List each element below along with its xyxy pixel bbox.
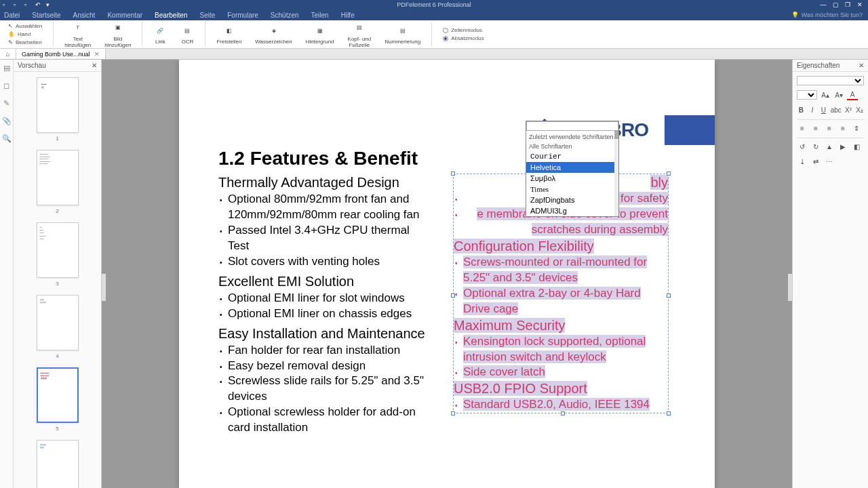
subscript-icon[interactable]: X₂ [855,104,864,115]
link-button[interactable]: 🔗Link [151,24,170,45]
close-button[interactable]: ✕ [854,1,865,9]
mode-paragraph[interactable]: Absatzmodus [440,35,486,42]
close-properties-icon[interactable]: ✕ [859,62,864,69]
mode-line[interactable]: Zeilenmodus [440,26,486,34]
dropdown-scrollbar[interactable] [614,131,618,216]
font-option[interactable]: Συμβολ [526,173,618,184]
menu-hilfe[interactable]: Hilfe [341,12,355,19]
font-dropdown[interactable]: Zuletzt verwendete Schriftarten Alle Sch… [526,121,619,217]
align-justify-icon[interactable]: ≡ [837,123,848,134]
menu-seite[interactable]: Seite [199,12,215,19]
line-spacing-icon[interactable]: ⇕ [851,123,862,134]
replace-icon[interactable]: ⇄ [810,156,821,167]
thumbnails-list[interactable]: ▬▬▦ 1 ▬▬▬▬▬▬▬▬▬▬▬▬▬▬▬▬▬▬▬▬▬▬ 2 ▬▬▬▬▬▬▬▬▬… [14,72,101,488]
min-button[interactable]: — [818,1,829,9]
flip-h-icon[interactable]: ▲ [824,141,835,152]
resize-handle[interactable] [451,171,455,176]
rotate-right-icon[interactable]: ↻ [810,141,821,152]
font-option[interactable]: ZapfDingbats [526,195,618,205]
resize-handle[interactable] [451,411,455,415]
list-item: Optional 80mm/92mm front fan and 120mm/9… [228,192,429,223]
font-option[interactable]: ADMUI3Lg [526,205,618,216]
page-thumb[interactable]: ▦▦▦▦▦ [37,440,79,488]
close-panel-icon[interactable]: ✕ [92,62,97,69]
thumbnails-tool-icon[interactable]: ▤ [2,64,12,73]
tool-select[interactable]: ↖Auswählen [5,22,45,30]
font-family-select[interactable] [797,76,864,85]
menu-startseite[interactable]: Startseite [32,12,60,19]
thumbnail-panel: Vorschau ✕ ▬▬▦ 1 ▬▬▬▬▬▬▬▬▬▬▬▬▬▬▬▬▬▬▬▬▬▬ … [14,60,102,488]
menu-formulare[interactable]: Formulare [227,12,258,19]
page-thumb[interactable]: ▬▬▬▬▬▬▬▬▬▬▬▬▬▬▬▬▬▬▬▬▬▬ [37,150,79,205]
print-icon[interactable]: ▫ [24,1,31,8]
workspace[interactable]: CHENBRO 1.2 Features & Benefit Thermally… [102,60,792,488]
home-tab[interactable]: ⌂ [0,49,16,59]
strike-icon[interactable]: abc [831,104,842,115]
undo-icon[interactable]: ↶ [35,1,42,8]
menu-datei[interactable]: Datei [4,12,20,19]
page-thumb-selected[interactable]: ▬▬ ▬▬▬▬ ▬▬▦▦▦ [37,367,79,423]
resize-handle[interactable] [667,171,671,176]
max-button[interactable]: ▢ [830,1,841,9]
page-thumb[interactable]: ▦▦▦▦▦ [37,295,79,350]
bold-icon[interactable]: B [797,104,806,115]
align-right-icon[interactable]: ≡ [824,123,835,134]
more-icon[interactable]: ⋯ [824,156,835,167]
align-left-icon[interactable]: ≡ [797,123,808,134]
tool-edit[interactable]: ✎Bearbeiten [5,39,45,46]
menu-ansicht[interactable]: Ansicht [73,12,96,19]
close-tab-icon[interactable]: ✕ [94,51,100,58]
font-size-down-icon[interactable]: A▾ [833,89,844,100]
menu-teilen[interactable]: Teilen [311,12,329,19]
collapse-left-handle[interactable] [102,274,106,301]
redo-icon[interactable]: ▾ [46,1,53,8]
list-item: Fan holder for rear fan installation [228,343,429,359]
menu-bearbeiten[interactable]: Bearbeiten [155,12,187,19]
font-size-up-icon[interactable]: A▴ [820,89,831,100]
ocr-icon: ▤ [180,24,194,37]
search-help[interactable]: 💡 Was möchten Sie tun? [791,12,863,18]
menu-schuetzen[interactable]: Schützen [271,12,299,19]
header-blue-block [665,115,715,145]
bookmark-tool-icon[interactable]: ◻ [2,81,12,91]
link-icon: 🔗 [153,24,167,37]
restore-button[interactable]: ❐ [842,1,853,9]
page-thumb[interactable]: ▬▬▬▬▬▬▬▬▬▬ [37,222,79,278]
watermark-button[interactable]: ◈Wasserzeichen [252,24,294,45]
numbering-button[interactable]: ▤Nummerierung [382,24,423,45]
thumb-label: 3 [14,281,101,287]
align-center-icon[interactable]: ≡ [810,123,821,134]
menu-kommentar[interactable]: Kommentar [107,12,142,19]
add-image-button[interactable]: ▣Bild hinzufügen [102,21,134,48]
thumb-label: 4 [14,353,101,359]
tool-hand[interactable]: ✋Hand [5,30,45,38]
background-button[interactable]: ▦Hintergrund [303,24,337,45]
font-input[interactable] [526,121,618,131]
font-color-icon[interactable]: A [847,89,858,100]
font-option[interactable]: Courier [526,151,618,162]
flip-v-icon[interactable]: ▶ [837,141,848,152]
underline-icon[interactable]: U [819,104,828,115]
italic-icon[interactable]: I [808,104,817,115]
left-toolstrip: ▤ ◻ ✎ 📎 🔍 [0,60,14,488]
headerfooter-button[interactable]: ▤Kopf- und Fußzeile [345,21,374,48]
font-option[interactable]: Times [526,184,618,195]
ocr-button[interactable]: ▤OCR [178,24,197,45]
crop-icon[interactable]: ◧ [851,141,862,152]
page-thumb[interactable]: ▬▬▦ [37,77,79,133]
attachment-tool-icon[interactable]: 📎 [2,117,12,126]
font-style-select[interactable] [797,90,817,100]
edit-icon: ✎ [8,39,13,45]
extract-icon[interactable]: ⤓ [797,156,808,167]
font-option-selected[interactable]: Helvetica [526,162,618,173]
annotation-tool-icon[interactable]: ✎ [2,99,12,108]
crop-button[interactable]: ◧Freistellen [214,24,244,45]
search-tool-icon[interactable]: 🔍 [2,134,12,144]
collapse-right-handle[interactable] [788,274,792,301]
background-icon: ▦ [313,24,327,37]
save-icon[interactable]: ▫ [14,1,20,8]
superscript-icon[interactable]: X² [844,104,853,115]
document-tab[interactable]: Gaming Bomb Use...nual ✕ [16,49,106,59]
add-text-button[interactable]: TText hinzufügen [62,21,94,48]
rotate-left-icon[interactable]: ↺ [797,141,808,152]
